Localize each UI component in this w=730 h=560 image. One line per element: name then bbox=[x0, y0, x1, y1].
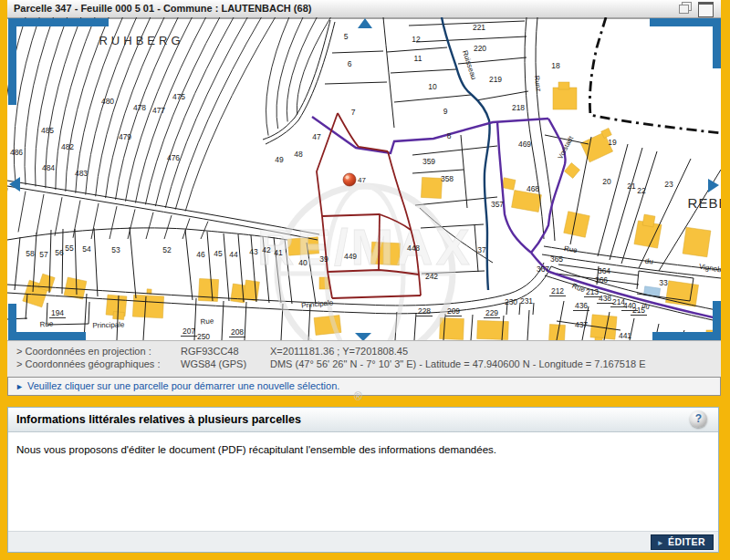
parcel-label[interactable]: 478 bbox=[133, 103, 146, 112]
help-icon[interactable]: ? bbox=[690, 410, 707, 428]
projection-system: RGF93CC48 bbox=[181, 346, 239, 357]
parcel-label[interactable]: 229 bbox=[485, 308, 498, 317]
parcel-label[interactable]: 486 bbox=[10, 148, 23, 157]
parcel-label[interactable]: 483 bbox=[75, 169, 88, 178]
street-label: du bbox=[644, 256, 653, 265]
geographic-label: > Coordonnées géographiques : bbox=[16, 358, 160, 369]
building-shape bbox=[477, 320, 509, 339]
parcel-label[interactable]: 476 bbox=[167, 153, 180, 162]
building-shape bbox=[244, 280, 260, 301]
parcel-label[interactable]: 475 bbox=[172, 92, 185, 101]
parcel-label[interactable]: 212 bbox=[551, 286, 564, 296]
parcel-label[interactable]: 37 bbox=[477, 245, 486, 254]
parcel-label[interactable]: 365 bbox=[550, 254, 563, 264]
parcel-label[interactable]: 231 bbox=[520, 296, 533, 306]
parcel-label[interactable]: 54 bbox=[82, 244, 91, 254]
parcel-label[interactable]: 22 bbox=[637, 186, 646, 195]
parcel-label[interactable]: 357 bbox=[491, 200, 504, 209]
chevron-right-icon: ► bbox=[657, 539, 664, 547]
parcel-label[interactable]: 469 bbox=[518, 140, 531, 149]
parcel-label[interactable]: 58 bbox=[26, 249, 35, 258]
parcel-label[interactable]: 448 bbox=[407, 244, 420, 253]
parcel-label[interactable]: 477 bbox=[152, 106, 165, 115]
parcel-label[interactable]: 213 bbox=[586, 287, 599, 296]
parcel-label[interactable]: 6 bbox=[348, 59, 352, 68]
parcel-label[interactable]: 436 bbox=[575, 301, 588, 310]
parcel-label[interactable]: 43 bbox=[249, 247, 258, 256]
parcel-label[interactable]: 10 bbox=[428, 82, 437, 91]
street-label: Rue bbox=[563, 244, 578, 254]
parcel-label[interactable]: 364 bbox=[598, 266, 610, 275]
parcel-label[interactable]: 33 bbox=[659, 278, 668, 287]
vineyard-strips bbox=[7, 17, 330, 239]
parcel-label[interactable]: 20 bbox=[602, 177, 611, 186]
maximize-window-icon[interactable] bbox=[698, 2, 714, 17]
parcel-label[interactable]: 47 bbox=[312, 132, 321, 141]
parcel-label[interactable]: 480 bbox=[101, 97, 114, 106]
parcel-label[interactable]: 8 bbox=[447, 131, 452, 140]
cadastral-map[interactable]: RE/MAX 480478477475485486482484483479476… bbox=[7, 17, 721, 340]
parcel-label[interactable]: 218 bbox=[512, 103, 525, 112]
parcel-label[interactable]: 441 bbox=[619, 331, 631, 340]
parcel-label[interactable]: 438 bbox=[599, 294, 611, 303]
parcel-label[interactable]: 485 bbox=[41, 126, 54, 135]
parcel-label[interactable]: 5 bbox=[344, 32, 349, 41]
parcel-label[interactable]: 49 bbox=[275, 155, 284, 164]
pan-down-arrow[interactable] bbox=[355, 333, 371, 340]
parcel-label[interactable]: 44 bbox=[229, 250, 238, 259]
parcel-label[interactable]: 479 bbox=[119, 132, 131, 141]
parcel-label[interactable]: 220 bbox=[474, 44, 486, 53]
info-panel-header: Informations littérales relatives à plus… bbox=[8, 408, 718, 432]
parcel-label[interactable]: 57 bbox=[39, 250, 48, 259]
parcel-label[interactable]: 48 bbox=[294, 150, 303, 159]
parcel-label[interactable]: 11 bbox=[414, 54, 422, 63]
parcel-label[interactable]: 12 bbox=[412, 35, 421, 44]
building-shape bbox=[421, 177, 442, 198]
parcel-label[interactable]: 250 bbox=[197, 332, 210, 340]
parcel-label[interactable]: 23 bbox=[664, 180, 673, 189]
parcel-label[interactable]: 359 bbox=[422, 157, 435, 166]
parcel-label[interactable]: 194 bbox=[51, 308, 64, 317]
parcel-label[interactable]: 366 bbox=[595, 275, 608, 285]
pan-top-right-corner[interactable] bbox=[650, 18, 721, 68]
parcel-label[interactable]: 45 bbox=[214, 249, 223, 258]
parcel-label[interactable]: 55 bbox=[65, 244, 74, 253]
parcel-label[interactable]: 41 bbox=[274, 248, 283, 257]
parcel-label[interactable]: 242 bbox=[425, 272, 438, 281]
parcel-label[interactable]: 468 bbox=[527, 184, 539, 193]
street-label: Ruisseau bbox=[461, 49, 478, 81]
pan-top-left-corner[interactable] bbox=[8, 18, 109, 105]
parcel-label[interactable]: 230 bbox=[505, 297, 517, 306]
parcel-label[interactable]: 9 bbox=[443, 107, 448, 116]
parcel-label[interactable]: 52 bbox=[162, 245, 172, 254]
restore-window-icon[interactable] bbox=[679, 2, 693, 14]
parcel-label[interactable]: 21 bbox=[627, 181, 636, 191]
parcel-label[interactable]: 207 bbox=[182, 327, 195, 336]
parcel-label[interactable]: 56 bbox=[55, 248, 64, 257]
parcel-label[interactable]: 40 bbox=[298, 258, 308, 267]
parcel-label[interactable]: 437 bbox=[575, 320, 588, 329]
parcel-label[interactable]: 358 bbox=[441, 174, 454, 183]
parcel-label[interactable]: 39 bbox=[319, 254, 328, 264]
parcel-label[interactable]: 482 bbox=[61, 142, 74, 151]
parcel-label[interactable]: 221 bbox=[473, 23, 485, 32]
parcel-label[interactable]: 228 bbox=[418, 306, 431, 316]
parcel-label[interactable]: 7 bbox=[351, 108, 356, 117]
parcel-label[interactable]: 42 bbox=[262, 245, 271, 254]
parcel-label[interactable]: 208 bbox=[231, 327, 244, 337]
parcel-label[interactable]: 209 bbox=[447, 306, 460, 316]
parcel-label[interactable]: 53 bbox=[111, 245, 120, 254]
pan-up-arrow[interactable] bbox=[358, 18, 372, 28]
parcel-label[interactable]: 46 bbox=[196, 250, 205, 259]
new-selection-link[interactable]: ►Veuillez cliquer sur une parcelle pour … bbox=[16, 380, 339, 391]
pan-left-arrow[interactable] bbox=[9, 177, 20, 192]
pan-bottom-right-corner[interactable] bbox=[652, 301, 721, 340]
parcel-label[interactable]: 18 bbox=[551, 61, 560, 70]
parcel-label[interactable]: 219 bbox=[489, 75, 502, 84]
parcel-label[interactable]: 449 bbox=[344, 252, 357, 261]
parcel-label[interactable]: 19 bbox=[608, 138, 617, 147]
parcel-label[interactable]: 484 bbox=[42, 163, 55, 172]
building-shape bbox=[558, 82, 569, 89]
parcel-label[interactable]: 367 bbox=[537, 264, 549, 274]
edit-button[interactable]: ►ÉDITER bbox=[651, 534, 714, 550]
